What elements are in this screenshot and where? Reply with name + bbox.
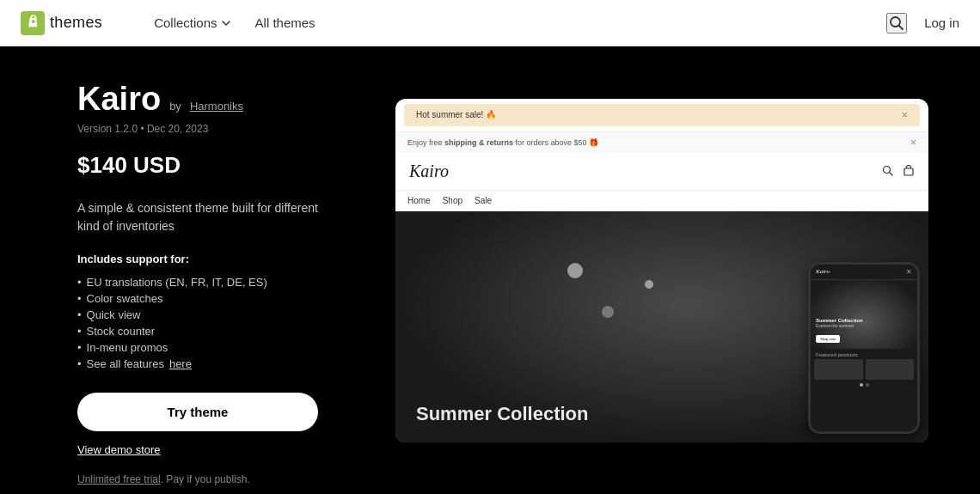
bottom-text: Unlimited free trial. Pay if you publish… bbox=[77, 473, 318, 485]
preview-shipping-bar: Enjoy free shipping & returns for orders… bbox=[395, 131, 928, 153]
mobile-products-label: Featured products bbox=[811, 349, 917, 359]
shipping-bold: shipping & returns bbox=[444, 138, 513, 147]
mobile-device-mockup: Kairo ✕ Summer Collection Explore the su… bbox=[808, 262, 920, 434]
pagination-dot bbox=[860, 383, 863, 387]
preview-menu: Home Shop Sale bbox=[395, 191, 928, 211]
search-button[interactable] bbox=[886, 13, 907, 34]
shipping-close[interactable]: × bbox=[910, 137, 916, 149]
navbar: themes Collections All themes Log in bbox=[0, 0, 980, 46]
theme-info: Kairo by Harmoniks Version 1.2.0 • Dec 2… bbox=[77, 81, 318, 473]
preview-announcement-bar: Hot summer sale! 🔥 × bbox=[404, 104, 920, 126]
shopify-bag-icon bbox=[21, 11, 45, 35]
support-item: EU translations (EN, FR, IT, DE, ES) bbox=[77, 274, 318, 290]
theme-author-link[interactable]: Harmoniks bbox=[190, 100, 243, 113]
supports-label: Includes support for: bbox=[77, 253, 318, 265]
nav-all-themes[interactable]: All themes bbox=[255, 15, 315, 30]
theme-description: A simple & consistent theme built for di… bbox=[77, 199, 318, 235]
preview-hero: Summer Collection Kairo ✕ S bbox=[395, 211, 928, 442]
preview-container: Hot summer sale! 🔥 × Enjoy free shipping… bbox=[395, 99, 928, 442]
all-features-link[interactable]: here bbox=[169, 357, 192, 370]
decorative-dot bbox=[567, 263, 583, 278]
mobile-top-bar: Kairo ✕ bbox=[811, 265, 917, 280]
supports-list: EU translations (EN, FR, IT, DE, ES) Col… bbox=[77, 274, 318, 372]
support-item: Quick view bbox=[77, 307, 318, 323]
theme-price: $140 USD bbox=[77, 152, 318, 179]
main-content: Kairo by Harmoniks Version 1.2.0 • Dec 2… bbox=[0, 46, 980, 494]
preview-logo: Kairo bbox=[409, 162, 449, 181]
announcement-close[interactable]: × bbox=[902, 109, 908, 121]
navbar-right: Log in bbox=[886, 13, 959, 34]
preview-menu-home[interactable]: Home bbox=[407, 196, 431, 205]
support-item: In-menu promos bbox=[77, 339, 318, 356]
shipping-pre: Enjoy free bbox=[407, 138, 444, 147]
mobile-collection-title: Summer Collection bbox=[816, 318, 863, 323]
login-link[interactable]: Log in bbox=[924, 15, 959, 30]
right-panel: Hot summer sale! 🔥 × Enjoy free shipping… bbox=[361, 46, 980, 494]
mobile-close-icon: ✕ bbox=[906, 268, 912, 276]
svg-rect-3 bbox=[904, 168, 913, 175]
preview-nav-icons bbox=[882, 165, 915, 177]
hero-text-overlay: Summer Collection bbox=[416, 403, 588, 425]
navbar-left: themes bbox=[21, 11, 102, 35]
hero-title: Summer Collection bbox=[416, 403, 588, 425]
support-item-all-features: See all features here bbox=[77, 356, 318, 372]
view-demo-button[interactable]: View demo store bbox=[77, 443, 161, 456]
mobile-product-grid bbox=[811, 359, 917, 380]
support-item: Color swatches bbox=[77, 290, 318, 307]
decorative-dot bbox=[602, 306, 614, 318]
mobile-shop-btn[interactable]: Shop now bbox=[816, 335, 840, 343]
mobile-screen: Kairo ✕ Summer Collection Explore the su… bbox=[811, 265, 917, 431]
shopify-logo[interactable]: themes bbox=[21, 11, 102, 35]
brand-text: themes bbox=[50, 14, 102, 32]
mobile-collection-label: Summer Collection Explore the summer Sho… bbox=[816, 318, 863, 344]
mobile-collection-sub: Explore the summer bbox=[816, 323, 863, 328]
nav-collections[interactable]: Collections bbox=[154, 15, 230, 30]
preview-menu-shop[interactable]: Shop bbox=[443, 196, 462, 205]
theme-title: Kairo bbox=[77, 81, 161, 118]
chevron-down-icon bbox=[221, 18, 231, 28]
decorative-dot bbox=[645, 280, 653, 289]
support-item: Stock counter bbox=[77, 323, 318, 339]
left-panel: Kairo by Harmoniks Version 1.2.0 • Dec 2… bbox=[0, 46, 361, 494]
preview-bag-icon bbox=[903, 165, 915, 177]
preview-nav: Kairo bbox=[395, 153, 928, 191]
mobile-product-cell bbox=[866, 359, 915, 380]
theme-version: Version 1.2.0 • Dec 20, 2023 bbox=[77, 123, 318, 135]
shipping-post: for orders above $50 🎁 bbox=[513, 138, 598, 147]
pagination-dot bbox=[866, 383, 869, 387]
preview-search-icon bbox=[882, 165, 894, 177]
mobile-product-cell bbox=[814, 359, 863, 380]
unlimited-trial-link[interactable]: Unlimited free trial bbox=[77, 473, 161, 485]
mobile-logo: Kairo bbox=[816, 268, 830, 275]
try-theme-button[interactable]: Try theme bbox=[77, 393, 318, 431]
mobile-pagination bbox=[811, 380, 917, 390]
preview-menu-sale[interactable]: Sale bbox=[475, 196, 492, 205]
mobile-hero-image: Summer Collection Explore the summer Sho… bbox=[811, 280, 917, 349]
navbar-center: Collections All themes bbox=[154, 15, 315, 30]
mobile-content-area: Summer Collection Explore the summer Sho… bbox=[811, 280, 917, 431]
search-icon bbox=[888, 15, 905, 32]
theme-by-label: by bbox=[169, 100, 181, 113]
announcement-text: Hot summer sale! 🔥 bbox=[416, 110, 496, 119]
theme-title-row: Kairo by Harmoniks bbox=[77, 81, 318, 118]
